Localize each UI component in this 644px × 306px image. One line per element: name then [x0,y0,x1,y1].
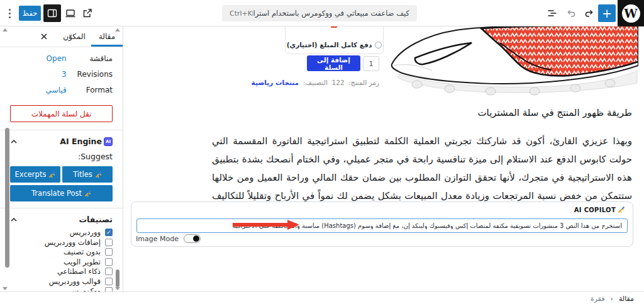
scroll-up-arrow-icon[interactable] [115,28,120,31]
sidebar-tabs: مقالة المكوّن [0,26,123,47]
move-to-trash-button[interactable]: نقل لسلة المهملات [10,105,113,122]
field-value-link[interactable]: قياسي [10,85,67,95]
category-item[interactable]: ذكاء اصطناعي [10,268,113,276]
magic-wand-icon [618,206,625,213]
magic-wand-icon [48,171,55,178]
breadcrumb-block[interactable]: فقرة [591,295,605,303]
chevron-left-icon: ‹ [611,295,613,303]
view-post-button[interactable] [81,7,94,20]
ai-engine-header[interactable]: AI Engine AI [10,137,113,146]
list-view-button[interactable] [546,7,558,20]
undo-button[interactable] [565,7,577,20]
field-value-link[interactable]: Open [10,54,67,64]
list-view-icon [547,8,558,19]
product-meta: رمز المنتج: 122 التصنيف: منتجات رياضية [252,79,379,86]
external-link-icon [82,8,93,19]
ai-copilot-prompt-input[interactable] [136,218,628,233]
translate-post-button[interactable]: Translate Post [10,185,113,201]
block-inserter-button[interactable]: + [598,4,616,22]
titles-button[interactable]: Titles [62,166,113,183]
product-category-link[interactable]: منتجات رياضية [252,79,299,86]
category-label: إضافات ووردبريس [45,239,101,247]
category-label: ذكاء اصطناعي [57,268,101,276]
scroll-down-arrow-icon[interactable] [3,287,8,290]
field-discussion: مناقشة Open [10,54,113,64]
field-label: Format [67,85,113,95]
category-label: قوالب ووردبريس [49,278,101,286]
redo-button[interactable] [583,7,596,20]
command-palette[interactable]: كيف ضاعفت مبيعاتي في ووكومرس باستخدام اس… [222,5,417,21]
categories-header[interactable]: تصنيفات [10,215,113,224]
field-label: مناقشة [67,54,113,64]
tab-block[interactable]: المكوّن [57,26,91,47]
wordpress-logo[interactable]: W [618,0,644,26]
add-to-cart-button[interactable]: إضافة إلى السلة [307,55,360,71]
panel-scrollbar-thumb[interactable] [116,269,119,287]
preview-button[interactable] [64,7,77,20]
payment-option-label: دفع كامل المبلغ (اختياري) [287,41,372,48]
category-meta-label: التصنيف: [303,79,328,86]
category-label: بدون تصنيف [64,248,101,256]
document-title: كيف ضاعفت مبيعاتي في ووكومرس باستخدام اس… [252,9,409,18]
editor-footer: مقالة ‹ فقرة [0,292,644,306]
category-item[interactable]: إضافات ووردبريس [10,239,113,247]
save-button[interactable]: حفظ [19,6,41,21]
checkbox-icon[interactable] [105,268,113,275]
post-heading-block[interactable]: طريقة ظهور المنتج في سلة المشتريات [477,107,632,118]
field-revisions: Revisions 3 [10,69,113,79]
settings-panel-toggle[interactable] [43,4,61,22]
quantity-input[interactable] [363,56,379,71]
scroll-up-arrow-icon[interactable] [3,28,8,31]
sku-value: 122 [332,79,345,86]
breadcrumb: مقالة ‹ فقرة [591,295,634,303]
settings-sidebar: مقالة المكوّن مناقشة Open Revisions 3 Fo… [0,26,123,292]
redo-icon [584,8,595,19]
category-item[interactable]: تطوير الويب [10,258,113,266]
sidebar-columns-icon [47,8,58,19]
checkbox-icon[interactable] [105,278,113,285]
image-mode-label: Image Mode [136,235,179,243]
top-toolbar: حفظ كيف ضاعفت مبيعاتي في ووكومرس باستخدا… [0,0,644,26]
category-item[interactable]: بدون تصنيف [10,248,113,256]
categories-title: تصنيفات [79,215,113,224]
sidebar-scrollbar-thumb[interactable] [5,128,9,268]
ai-engine-title: AI Engine [60,137,102,146]
chevron-up-icon [10,139,18,144]
checkbox-icon[interactable] [105,248,113,256]
magic-wand-icon [84,190,91,197]
ai-badge-icon: AI [104,137,113,146]
checkbox-icon[interactable] [105,287,113,292]
categories-list: ووردبريس إضافات ووردبريس بدون تصنيف تطوي… [10,229,113,292]
checkbox-icon[interactable] [105,239,113,246]
red-arrow-annotation [233,220,299,230]
kebab-menu-icon[interactable] [5,7,14,20]
suggest-label: Suggest: [10,152,113,161]
checkbox-icon[interactable] [105,258,113,266]
wordpress-logo-circle: W [622,4,640,23]
wordpress-editor: حفظ كيف ضاعفت مبيعاتي في ووكومرس باستخدا… [0,0,644,306]
category-item[interactable]: ووكومرس [10,287,113,292]
checkbox-icon[interactable] [105,229,113,236]
category-item[interactable]: قوالب ووردبريس [10,278,113,286]
breadcrumb-document[interactable]: مقالة [619,295,634,303]
category-label: تطوير الويب [64,258,101,266]
field-value-link[interactable]: 3 [10,69,67,79]
close-icon [40,33,48,40]
scroll-down-arrow-icon[interactable] [115,287,120,290]
excerpts-button[interactable]: Excerpts [10,166,60,183]
image-mode-toggle[interactable] [184,234,201,243]
radio-icon[interactable] [375,42,382,48]
image-mode-control: Image Mode [136,234,201,243]
ai-engine-panel: AI Engine AI Suggest: Titles [0,130,123,208]
ai-copilot-title: AI COPILOT [574,207,616,213]
category-item[interactable]: ووردبريس [10,229,113,237]
toggle-knob [193,235,199,242]
field-label: Revisions [67,69,113,79]
categories-panel: تصنيفات ووردبريس إضافات ووردبريس بدون تص… [0,208,123,292]
ai-copilot-block: AI COPILOT [131,201,633,247]
category-label: ووكومرس [70,287,101,292]
shortcut-hint: Ctrl+K [230,9,252,18]
magic-wand-icon [95,171,102,178]
sku-label: رمز المنتج: [348,79,379,86]
close-sidebar-button[interactable] [35,26,53,47]
